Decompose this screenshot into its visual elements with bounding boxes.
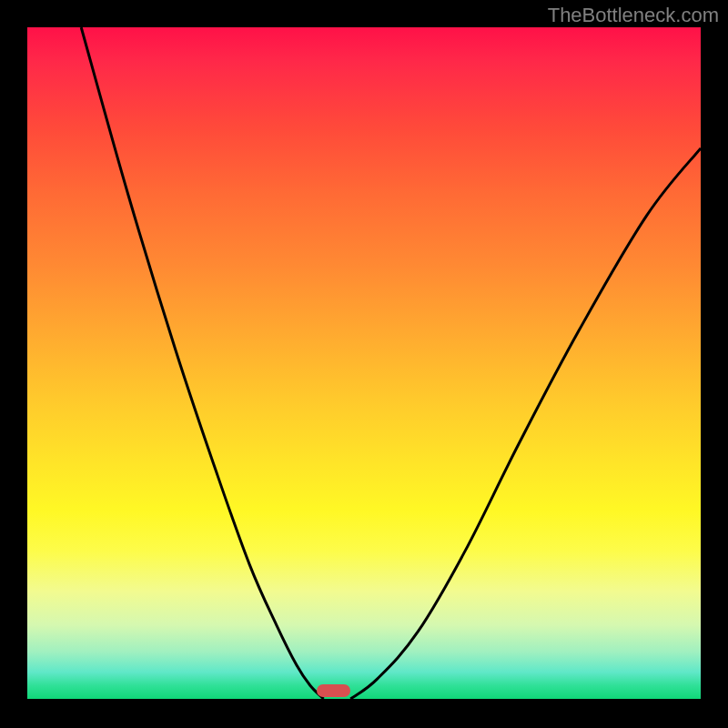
watermark-text: TheBottleneck.com: [548, 4, 719, 27]
curve-overlay: [27, 27, 701, 699]
right-curve: [350, 148, 701, 699]
chart-container: [0, 0, 728, 728]
valley-marker: [317, 684, 350, 697]
left-curve: [81, 27, 323, 699]
